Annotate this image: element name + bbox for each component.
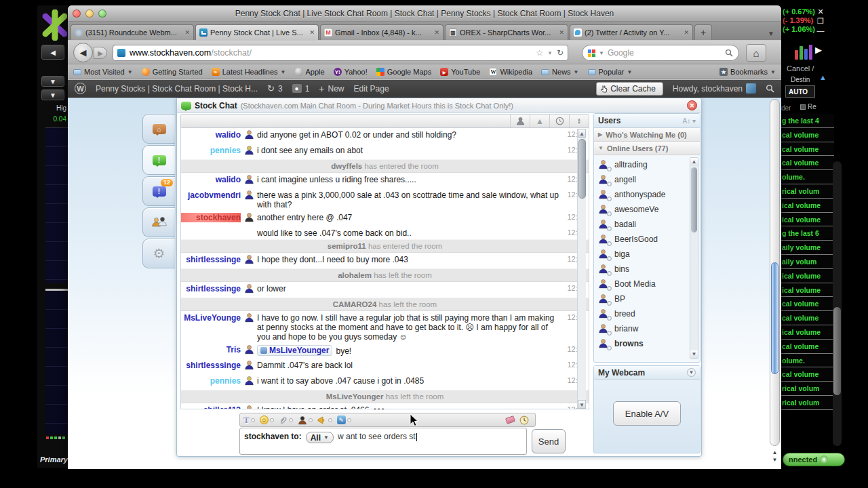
expand-arrow-icon[interactable]: ▶ [815, 45, 822, 55]
user-list-item[interactable]: browns [594, 336, 700, 351]
bookmark-item[interactable]: News▼ [541, 68, 578, 76]
message-username[interactable]: jacobvmendri [181, 190, 241, 200]
new-tab-button[interactable]: + [694, 24, 712, 40]
message-username[interactable]: walido [181, 175, 241, 184]
re-checkbox[interactable]: Re [800, 103, 816, 110]
tab-close-icon[interactable]: ✕ [434, 29, 439, 36]
scroll-up-icon[interactable]: ▲ [819, 73, 827, 81]
message-username[interactable]: chiller413 [181, 405, 241, 409]
search-engine-dropdown-icon[interactable]: ▼ [599, 50, 604, 56]
bookmark-item[interactable]: Apple [295, 68, 325, 76]
tab-close-icon[interactable]: ✕ [184, 29, 190, 36]
back-button[interactable]: ◀ [73, 43, 93, 62]
message-username[interactable]: MsLiveYounge [181, 313, 241, 323]
search-placeholder[interactable]: Google [608, 48, 722, 58]
dropdown-button[interactable]: ▼ [41, 89, 64, 100]
recipient-select[interactable]: All▼ [306, 432, 334, 443]
tab-close-icon[interactable]: ✕ [559, 29, 564, 36]
bookmark-star-icon[interactable]: ☆ [536, 48, 543, 58]
font-icon[interactable]: T [243, 415, 255, 426]
scrollbar-thumb[interactable] [578, 139, 586, 199]
chevron-down-icon[interactable]: ▼ [687, 368, 696, 377]
forward-button[interactable]: ▶ [94, 47, 107, 59]
sort-icon[interactable]: ▲▼ [569, 115, 589, 127]
scrollbar-thumb[interactable] [691, 167, 697, 232]
mention-chip[interactable]: MsLiveYounger [257, 345, 332, 356]
browser-tab[interactable]: (3151) Roundcube Webm...✕ [71, 24, 194, 40]
message-username[interactable]: Tris [181, 345, 241, 354]
scroll-down-icon[interactable]: ▼ [578, 400, 586, 409]
bookmark-item[interactable]: Popular▼ [588, 68, 633, 76]
user-icon[interactable] [510, 115, 530, 127]
tab-close-icon[interactable]: ✕ [309, 29, 315, 36]
url-bar[interactable]: www.stockhaven.com/stockchat/ ☆ ▼ ↻ [113, 45, 568, 61]
avatar-icon[interactable] [298, 415, 313, 425]
chat-side-tab[interactable]: ! [142, 145, 175, 175]
chat-side-tab[interactable] [142, 207, 175, 237]
user-list-item[interactable]: anthonyspade [594, 187, 700, 202]
user-list-item[interactable]: brianw [594, 321, 700, 336]
url-text[interactable]: www.stockhaven.com/stockchat/ [130, 48, 532, 58]
message-username[interactable]: shirtlesssinge [181, 361, 241, 370]
wp-new-button[interactable]: +New [319, 83, 344, 94]
bookmark-item[interactable]: ★Bookmarks▼ [719, 68, 776, 76]
bookmark-item[interactable]: Google Maps [376, 68, 431, 76]
chat-side-tab[interactable]: !12 [142, 176, 175, 206]
im-icon[interactable]: ✎ [337, 415, 351, 424]
scrollbar-thumb[interactable] [771, 262, 778, 374]
user-list-item[interactable]: BeerIsGood [594, 232, 700, 247]
scroll-up-icon[interactable]: ▲ [578, 129, 586, 138]
bookmark-item[interactable]: Most Visited▼ [73, 68, 133, 76]
user-list-item[interactable]: Boot Media [594, 277, 700, 291]
dropdown-button[interactable]: ▼ [41, 76, 64, 87]
scroll-down-icon[interactable]: ▼ [690, 350, 698, 359]
home-button[interactable]: ⌂ [746, 44, 766, 62]
url-dropdown-icon[interactable]: ▼ [547, 50, 553, 56]
chevron-dropdown-icon[interactable] [328, 418, 332, 422]
auto-select[interactable]: AUTO [785, 85, 815, 98]
close-icon[interactable]: ✕ [687, 100, 697, 110]
chevron-dropdown-icon[interactable] [251, 418, 255, 422]
chevron-dropdown-icon[interactable] [347, 418, 351, 422]
message-username[interactable]: pennies [181, 376, 241, 386]
online-users-section[interactable]: ▼Online Users (77) [594, 142, 700, 155]
wp-howdy[interactable]: Howdy, stockhaven [673, 83, 756, 94]
send-button[interactable]: Send [532, 429, 566, 453]
user-list-item[interactable]: alltrading [594, 157, 700, 172]
tab-list-dropdown-icon[interactable]: ▼ [764, 30, 778, 40]
chat-side-tab[interactable]: ⌂ [142, 114, 175, 144]
enable-av-button[interactable]: Enable A/V [613, 401, 681, 426]
wp-updates[interactable]: ↻3 [267, 83, 283, 94]
history-clock-icon[interactable] [519, 415, 529, 425]
chevron-dropdown-icon[interactable] [270, 418, 274, 422]
browser-tab[interactable]: ▥OREX - SharpCharts Wor...✕ [445, 24, 568, 40]
scrollbar-arrows[interactable]: ▲▼ [770, 449, 779, 464]
user-list-item[interactable]: biga [594, 247, 700, 262]
collapse-arrow-button[interactable]: ◀ [41, 45, 64, 60]
watching-me-section[interactable]: ▶Who's Watching Me (0) [594, 128, 700, 142]
browser-tab[interactable]: (2) Twitter / Activity on Y...✕ [570, 24, 693, 40]
paperclip-icon[interactable] [279, 415, 293, 424]
reload-icon[interactable]: ↻ [557, 48, 564, 58]
tab-close-icon[interactable]: ✕ [684, 29, 689, 36]
window-controls[interactable]: ✕❒— [815, 7, 826, 35]
horn-icon[interactable] [317, 416, 332, 424]
message-username[interactable]: shirtlesssinge [181, 255, 241, 264]
message-username[interactable]: walido [181, 130, 241, 140]
search-icon[interactable] [766, 84, 774, 93]
chat-side-tab[interactable]: ⚙ [142, 239, 175, 268]
bookmark-item[interactable]: Getting Started [142, 68, 203, 76]
scroll-up-icon[interactable]: ▲ [690, 158, 698, 166]
message-username[interactable]: pennies [181, 146, 241, 155]
user-list-item[interactable]: badali [594, 217, 700, 232]
search-box[interactable]: ▼ Google [582, 45, 739, 61]
chevron-dropdown-icon[interactable] [289, 418, 293, 422]
user-list-item[interactable]: BP [594, 291, 700, 306]
browser-tab[interactable]: MGmail - Inbox (4,848) - k...✕ [320, 24, 443, 40]
message-username[interactable]: stockhaven [181, 213, 241, 222]
bookmark-item[interactable]: ▶YouTube [440, 68, 480, 76]
browser-scrollbar[interactable] [770, 99, 780, 446]
user-list-item[interactable]: breed [594, 306, 700, 321]
terminal-scrollbar[interactable] [833, 161, 842, 446]
message-input[interactable]: stockhaven to: All▼ w ant to see orders … [239, 428, 527, 455]
